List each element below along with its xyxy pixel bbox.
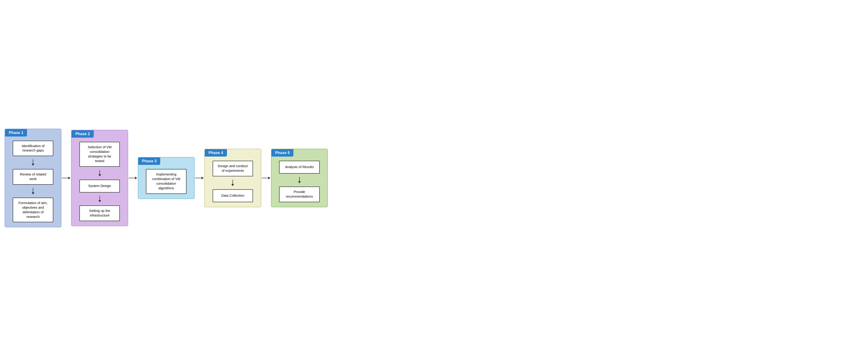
arrow-right-icon — [195, 177, 204, 179]
arrow-right-icon — [262, 177, 271, 179]
phases-container: Phase 1 Identification of research gaps … — [5, 129, 328, 227]
arrow-down-4a — [231, 180, 234, 186]
phase-5-header: Phase 5 — [272, 149, 293, 156]
phase-1-body: Identification of research gaps Review o… — [5, 129, 61, 227]
step-review: Review of related work — [13, 169, 53, 185]
arrow-phase-2-to-3 — [128, 177, 138, 179]
phase-5-body: Analysis of Results Provide recommendati… — [272, 149, 327, 207]
step-formulation: Formulation of aim, objectives and delim… — [13, 198, 53, 222]
step-system-design: System Design — [80, 180, 120, 192]
arrow-down-1a — [32, 159, 34, 166]
phase-1-column: Phase 1 Identification of research gaps … — [5, 129, 61, 227]
arrow-right-icon — [62, 177, 71, 179]
arrow-down-2b — [98, 196, 101, 202]
phase-2-column: Phase 2 Selection of VM consolidation st… — [71, 130, 128, 226]
arrow-phase-1-to-2 — [61, 177, 71, 179]
step-setting-up: Setting up the infrastructure — [80, 206, 120, 221]
step-analysis: Analysis of Results — [279, 161, 319, 174]
arrow-phase-3-to-4 — [195, 177, 204, 179]
arrow-down-5a — [298, 177, 301, 183]
step-recommendations: Provide recommendations — [279, 186, 319, 202]
step-data-collection: Data Collection — [213, 189, 253, 202]
phase-2-header: Phase 2 — [71, 130, 93, 138]
phase-4-column: Phase 4 Design and conduct of experiment… — [204, 149, 261, 207]
phase-4-header: Phase 4 — [205, 149, 227, 156]
phase-5-column: Phase 5 Analysis of Results Provide reco… — [271, 149, 328, 207]
arrow-phase-4-to-5 — [261, 177, 271, 179]
step-selection: Selection of VM consolidation strategies… — [80, 142, 120, 167]
phase-2-body: Selection of VM consolidation strategies… — [71, 130, 127, 225]
arrow-down-2a — [98, 170, 101, 176]
diagram-outer: Phase 1 Identification of research gaps … — [5, 129, 863, 227]
phase-3-column: Phase 3 Implementing combination of VM c… — [138, 157, 195, 199]
phase-3-header: Phase 3 — [138, 157, 160, 165]
step-implementing: Implementing combination of VM consolida… — [146, 169, 186, 194]
step-design-conduct: Design and conduct of experiments — [213, 161, 253, 176]
diagram-wrapper: Phase 1 Identification of research gaps … — [5, 129, 328, 227]
phase-1-header: Phase 1 — [5, 129, 27, 137]
step-identification: Identification of research gaps — [13, 141, 53, 156]
phase-4-body: Design and conduct of experiments Data C… — [205, 149, 260, 207]
arrow-right-icon — [129, 177, 137, 179]
arrow-down-1b — [32, 188, 34, 194]
